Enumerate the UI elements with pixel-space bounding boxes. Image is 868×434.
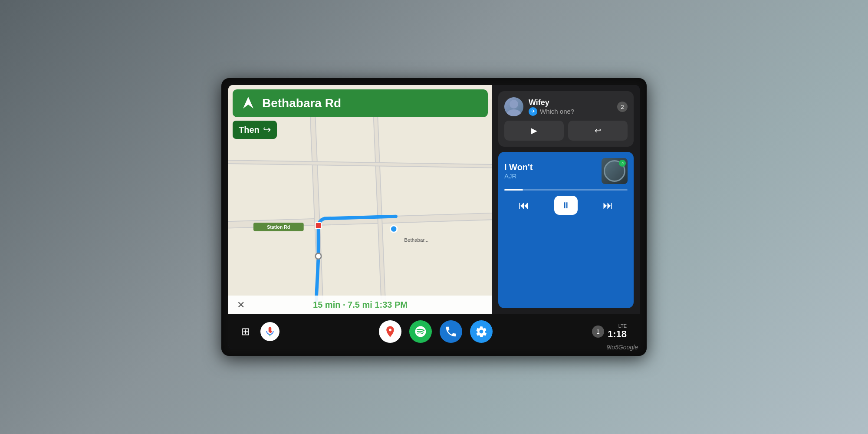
signal-indicator: LTE [618, 323, 627, 329]
nav-street-name: Bethabara Rd [262, 96, 341, 110]
music-controls: ⏮ ⏸ ⏭ [504, 196, 628, 215]
nav-then-box: Then ↪ [233, 121, 277, 139]
up-arrow-icon [240, 95, 256, 111]
map-background: Station Rd Bethabar... [228, 85, 492, 314]
pause-button[interactable]: ⏸ [554, 196, 578, 215]
music-artist: AJR [504, 172, 596, 180]
watermark: 9to5Google [607, 344, 638, 351]
svg-text:Bethabar...: Bethabar... [404, 237, 428, 243]
grid-menu-button[interactable]: ⊞ [241, 326, 250, 338]
right-panel: Wifey ✈ Which one? 2 ▶ [492, 85, 640, 314]
spotify-app-icon[interactable] [409, 320, 432, 343]
car-surround: Station Rd Bethabar... [0, 0, 868, 434]
notification-badge: 1 [592, 326, 604, 338]
nav-then-label: Then [239, 125, 260, 135]
music-title: I Won't [504, 162, 596, 172]
svg-text:Station Rd: Station Rd [267, 224, 290, 230]
status-area: LTE 1:18 [608, 323, 627, 340]
music-card: I Won't AJR ♫ ⏮ [498, 152, 634, 308]
taskbar-left: ⊞ [241, 322, 279, 341]
message-actions: ▶ ↩ [504, 121, 628, 141]
music-header: I Won't AJR ♫ [504, 158, 628, 184]
progress-bar [504, 189, 628, 191]
taskbar-center [379, 320, 493, 343]
map-section: Station Rd Bethabar... [228, 85, 492, 314]
music-info: I Won't AJR [504, 162, 596, 180]
svg-point-13 [316, 253, 322, 260]
main-area: Station Rd Bethabar... [228, 85, 640, 314]
status-top: LTE [618, 323, 627, 329]
play-message-button[interactable]: ▶ [504, 121, 564, 141]
message-card: Wifey ✈ Which one? 2 ▶ [498, 91, 634, 147]
message-info: Wifey ✈ Which one? [529, 98, 612, 116]
taskbar: ⊞ [228, 314, 640, 349]
progress-fill [504, 189, 523, 191]
cancel-route-button[interactable]: ✕ [237, 299, 245, 311]
nav-then-arrow-icon: ↪ [263, 124, 271, 135]
status-time: 1:18 [608, 329, 627, 340]
svg-point-12 [390, 226, 397, 232]
nav-header: Bethabara Rd Then ↪ [233, 89, 488, 139]
next-track-button[interactable]: ⏭ [599, 196, 617, 215]
screen-content: Station Rd Bethabar... [228, 85, 640, 349]
phone-app-icon[interactable] [440, 320, 462, 343]
reply-icon: ↩ [595, 126, 601, 135]
settings-app-icon[interactable] [470, 320, 493, 343]
svg-point-16 [507, 109, 521, 116]
route-info-bar: ✕ 15 min · 7.5 mi 1:33 PM [228, 296, 492, 314]
prev-track-button[interactable]: ⏮ [515, 196, 533, 215]
message-header: Wifey ✈ Which one? 2 [504, 97, 628, 116]
message-text: Which one? [540, 108, 574, 115]
telegram-icon: ✈ [529, 107, 537, 116]
route-info-text: 15 min · 7.5 mi 1:33 PM [313, 300, 408, 310]
svg-point-15 [510, 100, 518, 108]
maps-app-icon[interactable] [379, 320, 401, 343]
spotify-badge-icon: ♫ [619, 160, 626, 167]
taskbar-right: 1 LTE 1:18 [592, 323, 627, 340]
screen-bezel: Station Rd Bethabar... [221, 78, 647, 356]
play-icon: ▶ [531, 126, 537, 135]
avatar-image [504, 97, 523, 116]
svg-rect-11 [316, 223, 322, 229]
nav-main-direction: Bethabara Rd [233, 89, 488, 117]
message-badge: 2 [617, 102, 628, 112]
avatar [504, 97, 523, 116]
reply-message-button[interactable]: ↩ [568, 121, 628, 141]
google-mic-button[interactable] [260, 322, 279, 341]
message-sender: Wifey [529, 98, 612, 107]
album-art: ♫ [602, 158, 628, 184]
